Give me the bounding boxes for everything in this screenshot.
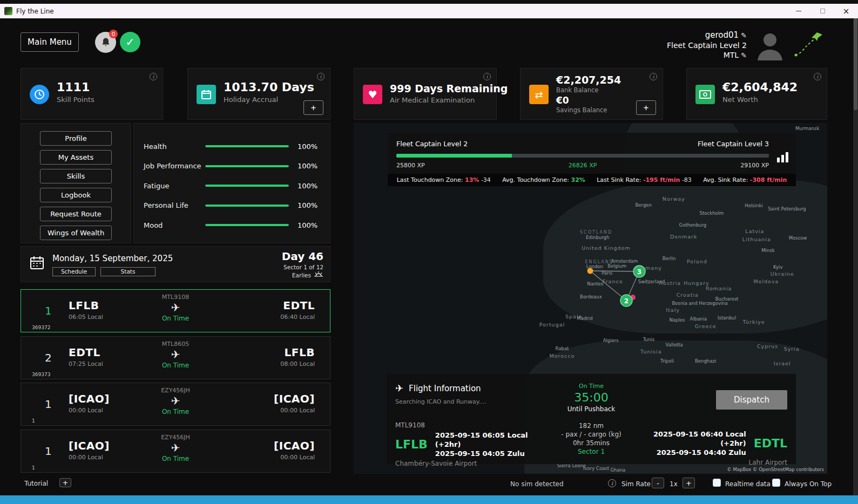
departure-airport: Chambéry-Savoie Airport: [395, 460, 552, 467]
status-value: 100%: [298, 221, 319, 229]
maximize-button[interactable]: [810, 4, 834, 18]
sunrise-icon: [314, 271, 323, 278]
card-air-medical: i ♥ 999 Days Remaining Air Medical Exami…: [354, 68, 497, 120]
minimize-icon: [796, 11, 801, 11]
dispatch-button[interactable]: Dispatch: [716, 390, 787, 410]
flight-row[interactable]: 2EDTL07:25 LocalMTL8605✈On TimeLFLB08:00…: [21, 336, 330, 379]
close-button[interactable]: ×: [834, 4, 858, 18]
leg-id: 1: [32, 465, 35, 471]
add-savings-button[interactable]: +: [636, 100, 656, 115]
landing-stat: Last Sink Rate: -195 ft/min -83: [597, 176, 692, 183]
info-icon[interactable]: i: [317, 73, 325, 80]
flight-row[interactable]: 1[ICAO]00:00 LocalEZY456JH✈On Time[ICAO]…: [21, 430, 330, 473]
always-on-top-label: Always On Top: [785, 480, 832, 488]
flight-row[interactable]: 1LFLB06:05 LocalMTL9108✈On TimeEDTL06:40…: [21, 289, 330, 332]
status-label: Personal Life: [144, 201, 205, 209]
sim-rate-info-icon[interactable]: i: [608, 479, 616, 487]
menu-item-skills[interactable]: Skills: [40, 169, 112, 183]
next-level-label: Fleet Captain Level 3: [698, 140, 769, 148]
origin-marker[interactable]: [587, 268, 593, 274]
sim-status: No sim detected: [510, 480, 564, 488]
flight-number: MTL9108: [395, 421, 552, 429]
schedule-button[interactable]: Schedule: [52, 267, 96, 276]
info-icon[interactable]: i: [814, 73, 821, 80]
minimize-button[interactable]: [787, 4, 810, 18]
bar-chart-icon[interactable]: [776, 151, 789, 165]
departure-zulu-time: 2025-09-15 04:05 Zulu: [435, 449, 552, 458]
scrollbar-thumb[interactable]: [854, 18, 857, 110]
user-base: MTL: [724, 51, 739, 59]
realtime-data-checkbox[interactable]: [713, 479, 721, 487]
arrival-airport: Lahr Airport: [631, 459, 787, 466]
xp-progress-bar: [396, 154, 769, 158]
app-window: Fly the Line × Main Menu 0 ✓ gerod01✎ Fl…: [0, 0, 858, 504]
status-row-personal-life: Personal Life100%: [144, 196, 319, 216]
edit-name-icon[interactable]: ✎: [741, 31, 747, 39]
leg-id: 369373: [32, 372, 50, 377]
arrival: EDTL06:40 Local: [280, 299, 315, 321]
flight-info-title: Flight Information: [409, 384, 481, 393]
window-controls: ×: [787, 4, 858, 18]
waypoint-marker-2[interactable]: 2: [620, 295, 632, 307]
menu-item-profile[interactable]: Profile: [40, 131, 112, 146]
arrival: [ICAO]00:00 Local: [274, 439, 315, 461]
arrival-local-time: 2025-09-15 06:40 Local (+2hr): [631, 430, 746, 448]
info-icon[interactable]: i: [483, 73, 491, 80]
window-scrollbar[interactable]: [853, 18, 858, 495]
landing-stat: Last Touchdown Zone: 13% -34: [397, 176, 491, 183]
countdown-label: Until Pushback: [568, 405, 616, 413]
main-menu-button[interactable]: Main Menu: [21, 32, 79, 52]
date-panel: Monday, 15 September, 2025 Schedule Stat…: [21, 246, 330, 282]
landing-stat: Avg. Sink Rate: -308 ft/min: [703, 176, 787, 183]
banknote-icon: [695, 85, 715, 104]
arrival: [ICAO]00:00 Local: [274, 392, 315, 414]
status-label: Fatigue: [144, 182, 205, 190]
status-progress-bar: [205, 185, 289, 187]
sector-counter: Sector 1 of 12: [283, 264, 323, 270]
sim-rate-increase-button[interactable]: +: [683, 478, 695, 488]
holiday-accrual-value: 1013.70 Days: [224, 80, 325, 94]
close-icon: ×: [843, 6, 850, 16]
user-rank: Fleet Captain Level 2: [667, 40, 747, 50]
air-medical-value: 999 Days Remaining: [390, 83, 491, 94]
tutorial-label: Tutorial: [24, 480, 48, 487]
route-sector: Sector 1: [552, 447, 630, 456]
calendar-icon: [30, 255, 44, 272]
menu-item-request-route[interactable]: Request Route: [40, 207, 112, 221]
current-date: Monday, 15 September, 2025: [52, 254, 173, 263]
flight-row[interactable]: 1[ICAO]00:00 LocalEZY456JH✈On Time[ICAO]…: [21, 383, 330, 426]
add-holiday-button[interactable]: +: [303, 100, 323, 115]
info-icon[interactable]: i: [150, 73, 157, 80]
status-label: Health: [144, 142, 205, 151]
shift-label: Earlies: [292, 271, 323, 278]
departure-icao: LFLB: [395, 438, 428, 451]
avatar[interactable]: [754, 30, 786, 60]
air-medical-label: Air Medical Examination: [390, 96, 491, 104]
sim-rate-value: 1x: [670, 480, 678, 488]
bottom-taskbar-strip: [0, 495, 858, 504]
notifications-button[interactable]: 0: [95, 32, 116, 53]
menu-item-wings-of-wealth[interactable]: Wings of Wealth: [40, 226, 112, 240]
xp-end: 29100 XP: [740, 162, 769, 169]
waypoint-marker-3[interactable]: 3: [633, 265, 645, 277]
always-on-top-checkbox[interactable]: [772, 479, 780, 487]
user-block: gerod01✎ Fleet Captain Level 2 MTL✎: [667, 30, 825, 60]
stats-button[interactable]: Stats: [100, 267, 156, 276]
flight-list: 1LFLB06:05 LocalMTL9108✈On TimeEDTL06:40…: [21, 289, 330, 476]
arrival-icao: EDTL: [754, 437, 787, 450]
tutorial-add-button[interactable]: +: [59, 478, 71, 487]
landing-stats-strip: Last Touchdown Zone: 13% -34Avg. Touchdo…: [388, 174, 796, 186]
map-attribution: © MapBox © OpenStreetMap contributors: [727, 467, 824, 472]
sim-rate-decrease-button[interactable]: -: [652, 478, 664, 488]
map[interactable]: MurmanskNorwayBergenStockholmHelsinkiSai…: [354, 123, 827, 474]
card-net-worth: i €2,604,842 Net Worth: [686, 68, 827, 120]
status-value: 100%: [298, 182, 319, 190]
edit-base-icon[interactable]: ✎: [741, 51, 747, 59]
menu-item-logbook[interactable]: Logbook: [40, 188, 112, 202]
card-skill-points: i 1111 Skill Points: [21, 68, 163, 120]
departure-block: MTL9108 LFLB 2025-09-15 06:05 Local (+2h…: [395, 421, 552, 467]
status-check-button[interactable]: ✓: [120, 32, 140, 52]
status-panel: Health100%Job Performance100%Fatigue100%…: [133, 123, 330, 243]
arrival-zulu-time: 2025-09-15 04:40 Zulu: [631, 448, 746, 457]
menu-item-my-assets[interactable]: My Assets: [40, 150, 112, 165]
